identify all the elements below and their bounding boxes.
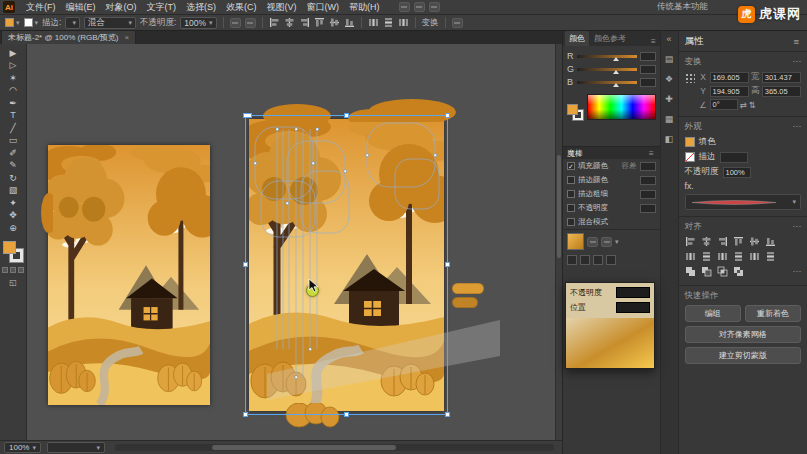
align-right-icon[interactable]: [299, 17, 310, 28]
distribute-spacing-h-icon[interactable]: [749, 251, 760, 262]
fill-color-checkbox[interactable]: ✓: [567, 162, 575, 170]
vertical-scrollbar[interactable]: [555, 44, 562, 440]
more-options-icon[interactable]: ⋯: [793, 266, 802, 277]
effects-button[interactable]: fx.: [685, 181, 694, 191]
panel-menu-icon[interactable]: ≡: [649, 37, 658, 46]
menu-select[interactable]: 选择(S): [181, 1, 221, 14]
blue-slider[interactable]: [577, 81, 637, 84]
swatch-item[interactable]: [606, 255, 616, 265]
stroke-color-checkbox[interactable]: [567, 176, 575, 184]
brush-definition-dropdown[interactable]: 混合▾: [84, 17, 136, 29]
appearance-stroke-swatch[interactable]: [685, 152, 695, 162]
none-mode-icon[interactable]: [18, 267, 24, 273]
direct-selection-tool[interactable]: ▷: [2, 60, 25, 73]
menu-type[interactable]: 文字(T): [142, 1, 182, 14]
transform-link[interactable]: 变换: [422, 17, 439, 29]
artboard-2[interactable]: [249, 119, 444, 411]
align-bottom-icon[interactable]: [765, 236, 776, 247]
distribute-horizontal-icon[interactable]: [368, 17, 379, 28]
stroke-weight-input[interactable]: [720, 152, 748, 163]
arrange-documents-icon[interactable]: [399, 2, 410, 12]
red-slider[interactable]: [577, 55, 637, 58]
eyedropper-tool[interactable]: ✦: [2, 197, 25, 210]
align-pixel-grid-button[interactable]: 对齐像素网格: [685, 326, 801, 343]
info-panel-icon[interactable]: ◧: [665, 134, 674, 144]
vertical-scrollbar-thumb[interactable]: [557, 155, 561, 258]
document-tab[interactable]: 未标题-2* @ 100% (RGB/预览) ×: [1, 30, 136, 44]
horizontal-scrollbar-thumb[interactable]: [212, 445, 396, 450]
distribute-vertical-icon[interactable]: [383, 17, 394, 28]
distribute-spacing-v-icon[interactable]: [765, 251, 776, 262]
hand-tool[interactable]: ✥: [2, 210, 25, 223]
more-options-icon[interactable]: ⋯: [793, 56, 802, 68]
reference-point-icon[interactable]: [685, 73, 695, 83]
align-center-icon[interactable]: [701, 236, 712, 247]
color-panel-swatches[interactable]: [567, 104, 583, 120]
blue-value-input[interactable]: [640, 78, 656, 87]
selection-handle[interactable]: [445, 113, 450, 118]
app-logo[interactable]: Ai: [3, 1, 15, 13]
panel-menu-icon[interactable]: ≡: [647, 149, 656, 158]
artboard-1[interactable]: [48, 145, 210, 405]
distribute-vertical-icon[interactable]: [701, 251, 712, 262]
menu-object[interactable]: 对象(O): [101, 1, 142, 14]
add-panel-icon[interactable]: ✚: [665, 94, 673, 104]
align-top-icon[interactable]: [314, 17, 325, 28]
log-shape-top[interactable]: [452, 283, 484, 294]
width-input[interactable]: 301.437: [762, 72, 801, 83]
pathfinder-panel-icon[interactable]: ▦: [665, 114, 674, 124]
tab-color[interactable]: 颜色: [565, 31, 589, 46]
gradient-preview-swatch[interactable]: [566, 318, 654, 368]
pen-tool[interactable]: ✒: [2, 97, 25, 110]
distribute-top-icon[interactable]: [733, 251, 744, 262]
width-profile-dropdown[interactable]: ▾: [685, 194, 801, 210]
log-shape-bottom[interactable]: [452, 297, 478, 308]
align-left-icon[interactable]: [269, 17, 280, 28]
menu-help[interactable]: 帮助(H): [344, 1, 385, 14]
selection-tool[interactable]: ▶: [2, 47, 25, 60]
more-options-icon[interactable]: ⋯: [793, 221, 802, 233]
chevron-down-icon[interactable]: ▾: [615, 238, 619, 246]
distribute-left-icon[interactable]: [717, 251, 728, 262]
pathfinder-exclude-icon[interactable]: [733, 266, 744, 277]
stroke-weight-checkbox[interactable]: [567, 190, 575, 198]
align-middle-icon[interactable]: [749, 236, 760, 247]
selection-handle[interactable]: [445, 412, 450, 417]
menu-effect[interactable]: 效果(C): [221, 1, 262, 14]
horizontal-scrollbar[interactable]: [115, 444, 554, 451]
menu-view[interactable]: 视图(V): [262, 1, 302, 14]
gradient-mode-icon[interactable]: [10, 267, 16, 273]
layers-panel-icon[interactable]: ▤: [665, 54, 674, 64]
fill-stroke-swatches[interactable]: [3, 241, 23, 262]
recolor-button[interactable]: 重新着色: [745, 305, 801, 322]
align-left-icon[interactable]: [685, 236, 696, 247]
y-input[interactable]: 194.905: [710, 86, 749, 97]
panel-menu-icon[interactable]: ≡: [791, 36, 801, 47]
make-clipping-mask-button[interactable]: 建立剪切蒙版: [685, 347, 801, 364]
opacity-tolerance-input[interactable]: [640, 204, 656, 213]
menu-edit[interactable]: 编辑(E): [61, 1, 101, 14]
green-value-input[interactable]: [640, 65, 656, 74]
gradient-opacity-input[interactable]: [616, 287, 650, 298]
log-shapes[interactable]: [452, 283, 484, 311]
selection-handle[interactable]: [445, 262, 450, 267]
blend-mode-checkbox[interactable]: [567, 218, 575, 226]
gradient-thumbnail[interactable]: [567, 233, 584, 250]
opacity-checkbox[interactable]: [567, 204, 575, 212]
collapse-panels-icon[interactable]: «: [667, 34, 672, 44]
lasso-tool[interactable]: ◠: [2, 85, 25, 98]
pathfinder-intersect-icon[interactable]: [717, 266, 728, 277]
zoom-tool[interactable]: ⊕: [2, 222, 25, 235]
fill-tolerance-input[interactable]: [640, 162, 656, 171]
line-segment-tool[interactable]: ╱: [2, 122, 25, 135]
stroke-swatch[interactable]: [24, 18, 33, 27]
magic-wand-tool[interactable]: ✶: [2, 72, 25, 85]
selection-handle[interactable]: [344, 113, 349, 118]
rectangle-tool[interactable]: ▭: [2, 135, 25, 148]
select-similar-icon[interactable]: [230, 18, 241, 28]
isolate-icon[interactable]: [245, 18, 256, 28]
appearance-fill-swatch[interactable]: [685, 137, 695, 147]
gradient-radial-icon[interactable]: [601, 237, 612, 247]
screen-mode-icon[interactable]: ◱: [9, 278, 17, 287]
paintbrush-tool[interactable]: ✐: [2, 147, 25, 160]
